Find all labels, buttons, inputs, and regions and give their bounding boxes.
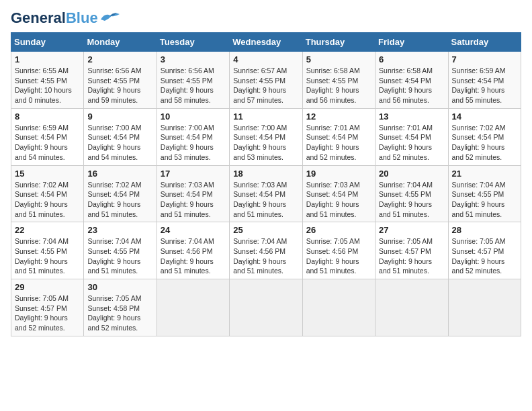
day-detail: Sunrise: 7:02 AM Sunset: 4:54 PM Dayligh… — [452, 123, 517, 163]
day-number: 1 — [15, 54, 80, 64]
calendar-cell: 26 Sunrise: 7:05 AM Sunset: 4:56 PM Dayl… — [302, 222, 375, 279]
day-detail: Sunrise: 7:03 AM Sunset: 4:54 PM Dayligh… — [161, 180, 226, 220]
calendar-header-row: SundayMondayTuesdayWednesdayThursdayFrid… — [11, 33, 521, 52]
calendar-cell: 24 Sunrise: 7:04 AM Sunset: 4:56 PM Dayl… — [157, 222, 229, 279]
day-detail: Sunrise: 7:03 AM Sunset: 4:54 PM Dayligh… — [306, 180, 371, 220]
day-detail: Sunrise: 6:58 AM Sunset: 4:55 PM Dayligh… — [306, 66, 371, 105]
day-number: 20 — [379, 169, 444, 179]
day-number: 27 — [379, 225, 444, 235]
day-number: 19 — [306, 169, 371, 179]
week-row-5: 29 Sunrise: 7:05 AM Sunset: 4:57 PM Dayl… — [11, 279, 521, 336]
day-detail: Sunrise: 7:04 AM Sunset: 4:55 PM Dayligh… — [379, 180, 444, 220]
calendar-cell: 7 Sunrise: 6:59 AM Sunset: 4:54 PM Dayli… — [448, 52, 521, 109]
calendar-cell: 12 Sunrise: 7:01 AM Sunset: 4:54 PM Dayl… — [302, 108, 375, 165]
day-detail: Sunrise: 7:04 AM Sunset: 4:55 PM Dayligh… — [452, 180, 517, 220]
day-number: 23 — [87, 225, 152, 235]
header-wednesday: Wednesday — [230, 33, 302, 52]
day-number: 22 — [15, 225, 80, 235]
day-number: 24 — [161, 225, 226, 235]
calendar-cell — [230, 279, 302, 336]
calendar-cell: 8 Sunrise: 6:59 AM Sunset: 4:54 PM Dayli… — [11, 108, 84, 165]
day-number: 18 — [233, 169, 298, 179]
day-detail: Sunrise: 7:04 AM Sunset: 4:55 PM Dayligh… — [15, 236, 80, 276]
day-detail: Sunrise: 6:57 AM Sunset: 4:55 PM Dayligh… — [233, 66, 298, 105]
calendar-cell: 21 Sunrise: 7:04 AM Sunset: 4:55 PM Dayl… — [448, 165, 521, 222]
day-number: 9 — [87, 111, 152, 122]
week-row-3: 15 Sunrise: 7:02 AM Sunset: 4:54 PM Dayl… — [11, 165, 521, 222]
week-row-1: 1 Sunrise: 6:55 AM Sunset: 4:55 PM Dayli… — [11, 52, 521, 109]
calendar-cell: 9 Sunrise: 7:00 AM Sunset: 4:54 PM Dayli… — [84, 108, 157, 165]
day-number: 12 — [306, 111, 371, 122]
calendar-cell: 20 Sunrise: 7:04 AM Sunset: 4:55 PM Dayl… — [375, 165, 448, 222]
calendar-cell: 4 Sunrise: 6:57 AM Sunset: 4:55 PM Dayli… — [230, 52, 302, 109]
logo: GeneralBlue — [11, 11, 121, 26]
day-detail: Sunrise: 7:05 AM Sunset: 4:56 PM Dayligh… — [306, 236, 371, 276]
day-number: 25 — [233, 225, 298, 235]
day-detail: Sunrise: 7:04 AM Sunset: 4:56 PM Dayligh… — [233, 236, 298, 276]
calendar-cell — [302, 279, 375, 336]
header-monday: Monday — [84, 33, 157, 52]
day-detail: Sunrise: 7:05 AM Sunset: 4:57 PM Dayligh… — [379, 236, 444, 276]
day-detail: Sunrise: 7:01 AM Sunset: 4:54 PM Dayligh… — [379, 123, 444, 163]
calendar-cell — [375, 279, 448, 336]
logo-text: GeneralBlue — [11, 11, 98, 26]
calendar-cell: 29 Sunrise: 7:05 AM Sunset: 4:57 PM Dayl… — [11, 279, 84, 336]
day-detail: Sunrise: 6:58 AM Sunset: 4:54 PM Dayligh… — [379, 66, 444, 105]
calendar-cell: 18 Sunrise: 7:03 AM Sunset: 4:54 PM Dayl… — [230, 165, 302, 222]
calendar-cell: 11 Sunrise: 7:00 AM Sunset: 4:54 PM Dayl… — [230, 108, 302, 165]
day-detail: Sunrise: 7:04 AM Sunset: 4:56 PM Dayligh… — [161, 236, 226, 276]
calendar-cell: 23 Sunrise: 7:04 AM Sunset: 4:55 PM Dayl… — [84, 222, 157, 279]
day-number: 16 — [87, 169, 152, 179]
header-tuesday: Tuesday — [157, 33, 229, 52]
week-row-2: 8 Sunrise: 6:59 AM Sunset: 4:54 PM Dayli… — [11, 108, 521, 165]
calendar-cell: 3 Sunrise: 6:56 AM Sunset: 4:55 PM Dayli… — [157, 52, 229, 109]
calendar-cell: 27 Sunrise: 7:05 AM Sunset: 4:57 PM Dayl… — [375, 222, 448, 279]
day-detail: Sunrise: 7:00 AM Sunset: 4:54 PM Dayligh… — [233, 123, 298, 163]
day-number: 5 — [306, 54, 371, 64]
calendar-cell: 22 Sunrise: 7:04 AM Sunset: 4:55 PM Dayl… — [11, 222, 84, 279]
logo-bird-icon — [99, 10, 121, 24]
header-friday: Friday — [375, 33, 448, 52]
week-row-4: 22 Sunrise: 7:04 AM Sunset: 4:55 PM Dayl… — [11, 222, 521, 279]
day-detail: Sunrise: 7:02 AM Sunset: 4:54 PM Dayligh… — [87, 180, 152, 220]
calendar-cell: 16 Sunrise: 7:02 AM Sunset: 4:54 PM Dayl… — [84, 165, 157, 222]
day-number: 21 — [452, 169, 517, 179]
day-number: 13 — [379, 111, 444, 122]
day-number: 15 — [15, 169, 80, 179]
day-number: 4 — [233, 54, 298, 64]
day-detail: Sunrise: 7:00 AM Sunset: 4:54 PM Dayligh… — [87, 123, 152, 163]
day-number: 10 — [161, 111, 226, 122]
day-number: 30 — [87, 282, 152, 292]
calendar-cell — [157, 279, 229, 336]
calendar-cell: 1 Sunrise: 6:55 AM Sunset: 4:55 PM Dayli… — [11, 52, 84, 109]
day-number: 8 — [15, 111, 80, 122]
day-detail: Sunrise: 7:04 AM Sunset: 4:55 PM Dayligh… — [87, 236, 152, 276]
day-detail: Sunrise: 6:59 AM Sunset: 4:54 PM Dayligh… — [15, 123, 80, 163]
day-detail: Sunrise: 6:59 AM Sunset: 4:54 PM Dayligh… — [452, 66, 517, 105]
day-detail: Sunrise: 7:03 AM Sunset: 4:54 PM Dayligh… — [233, 180, 298, 220]
day-number: 6 — [379, 54, 444, 64]
day-detail: Sunrise: 7:05 AM Sunset: 4:57 PM Dayligh… — [15, 293, 80, 333]
calendar-cell: 17 Sunrise: 7:03 AM Sunset: 4:54 PM Dayl… — [157, 165, 229, 222]
day-number: 3 — [161, 54, 226, 64]
day-number: 2 — [87, 54, 152, 64]
calendar-table: SundayMondayTuesdayWednesdayThursdayFrid… — [11, 32, 521, 336]
calendar-cell: 14 Sunrise: 7:02 AM Sunset: 4:54 PM Dayl… — [448, 108, 521, 165]
day-detail: Sunrise: 6:56 AM Sunset: 4:55 PM Dayligh… — [161, 66, 226, 105]
day-number: 26 — [306, 225, 371, 235]
day-detail: Sunrise: 7:05 AM Sunset: 4:57 PM Dayligh… — [452, 236, 517, 276]
page-header: GeneralBlue — [11, 11, 521, 26]
header-sunday: Sunday — [11, 33, 84, 52]
calendar-cell: 5 Sunrise: 6:58 AM Sunset: 4:55 PM Dayli… — [302, 52, 375, 109]
day-number: 7 — [452, 54, 517, 64]
calendar-cell: 30 Sunrise: 7:05 AM Sunset: 4:58 PM Dayl… — [84, 279, 157, 336]
day-number: 29 — [15, 282, 80, 292]
day-number: 17 — [161, 169, 226, 179]
calendar-cell — [448, 279, 521, 336]
day-detail: Sunrise: 7:00 AM Sunset: 4:54 PM Dayligh… — [161, 123, 226, 163]
day-detail: Sunrise: 7:02 AM Sunset: 4:54 PM Dayligh… — [15, 180, 80, 220]
calendar-cell: 28 Sunrise: 7:05 AM Sunset: 4:57 PM Dayl… — [448, 222, 521, 279]
calendar-cell: 19 Sunrise: 7:03 AM Sunset: 4:54 PM Dayl… — [302, 165, 375, 222]
day-number: 11 — [233, 111, 298, 122]
calendar-cell: 2 Sunrise: 6:56 AM Sunset: 4:55 PM Dayli… — [84, 52, 157, 109]
